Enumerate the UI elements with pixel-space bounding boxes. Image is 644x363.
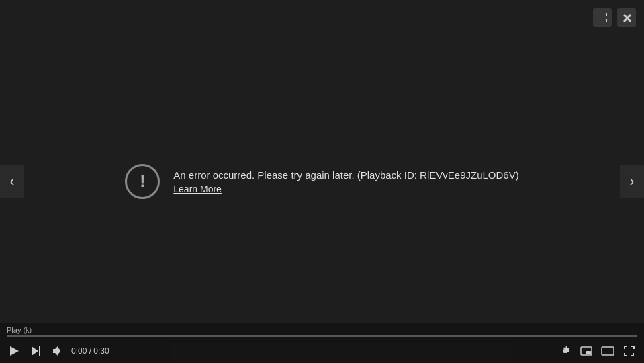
svg-rect-2 (602, 347, 614, 355)
theater-icon (601, 344, 614, 358)
play-shortcut-label: Play (k) (7, 323, 637, 335)
fullscreen-button[interactable] (621, 343, 637, 359)
play-icon (8, 345, 20, 357)
time-display: 0:00 / 0:30 (71, 346, 109, 356)
error-icon-circle: ! (125, 164, 160, 199)
chevron-left-icon: ‹ (9, 173, 14, 190)
controls-row: 0:00 / 0:30 (7, 340, 637, 363)
close-icon (623, 13, 631, 22)
expand-icon (598, 13, 607, 22)
skip-next-icon (30, 345, 42, 357)
miniplayer-icon (580, 344, 593, 358)
error-text-block: An error occurred. Please try again late… (173, 169, 518, 194)
chevron-right-icon: › (629, 173, 634, 190)
error-container: ! An error occurred. Please try again la… (125, 164, 518, 199)
expand-button[interactable] (593, 8, 612, 27)
exclamation-icon: ! (140, 172, 146, 190)
controls-left: 0:00 / 0:30 (7, 344, 109, 358)
top-controls (593, 8, 636, 27)
play-button[interactable] (7, 344, 21, 358)
bottom-bar: Play (k) (0, 323, 644, 363)
miniplayer-button[interactable] (578, 343, 594, 359)
volume-button[interactable] (50, 344, 64, 358)
video-player: ‹ ! An error occurred. Please try again … (0, 0, 644, 363)
error-message: An error occurred. Please try again late… (173, 169, 518, 181)
progress-bar[interactable] (7, 335, 637, 337)
settings-button[interactable] (557, 343, 573, 359)
controls-right (557, 343, 637, 359)
volume-icon (51, 345, 63, 357)
prev-arrow-button[interactable]: ‹ (0, 165, 24, 198)
close-button[interactable] (617, 8, 636, 27)
gear-icon (558, 344, 571, 358)
next-arrow-button[interactable]: › (620, 165, 644, 198)
svg-rect-1 (586, 351, 591, 354)
learn-more-link[interactable]: Learn More (173, 184, 518, 194)
theater-button[interactable] (600, 343, 616, 359)
next-button[interactable] (28, 344, 43, 358)
fullscreen-icon (623, 344, 636, 358)
